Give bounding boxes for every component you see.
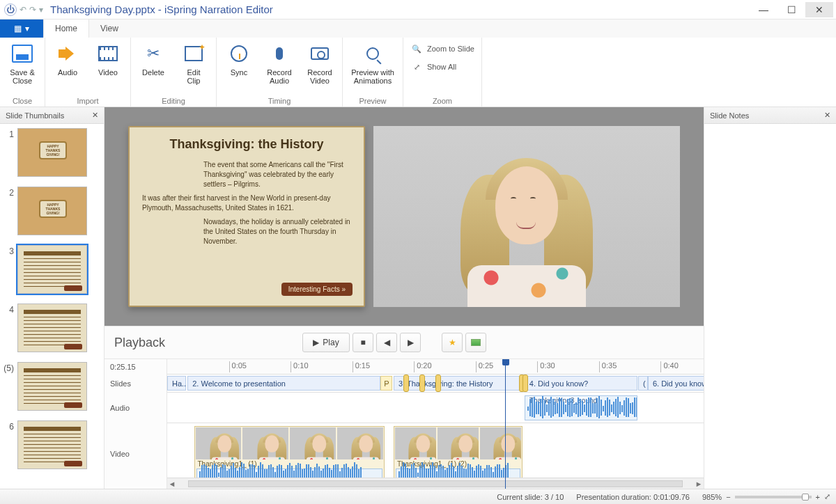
stopwatch-icon [231, 45, 247, 62]
import-audio-button[interactable]: Audio [51, 40, 84, 77]
group-label: Preview [348, 95, 397, 105]
delete-button[interactable]: ✂Delete [137, 40, 170, 77]
animation-marker[interactable] [419, 375, 425, 392]
slide-block[interactable]: 4. Did you know? [525, 376, 637, 391]
slide-number: 4 [3, 304, 14, 315]
slide-number: 2 [3, 187, 14, 198]
animation-marker[interactable] [435, 375, 441, 392]
slide-block[interactable]: 3. Thanksgiving: the History [394, 376, 522, 391]
slide-thumbnail[interactable]: 6 [3, 420, 101, 469]
show-all-icon: ⤢ [410, 61, 423, 73]
zoom-in-icon[interactable]: + [816, 493, 820, 501]
slide-thumbnail[interactable]: 1HAPPYTHANKSGIVING! [3, 128, 101, 177]
zoom-fit-icon[interactable]: ⤢ [824, 492, 830, 501]
play-button[interactable]: ▶Play [302, 333, 350, 352]
slide-number: 6 [3, 420, 14, 432]
notes-body[interactable] [704, 124, 836, 489]
slide-block[interactable]: 2. Welcome to presentation [187, 376, 380, 391]
clip-icon [185, 46, 203, 61]
ruler-tick: 0:20 [414, 361, 431, 372]
thumbnail-image [17, 420, 87, 469]
ruler-tick: 0:35 [599, 361, 617, 372]
thumbnail-image [17, 362, 87, 411]
dropdown-icon[interactable]: ▾ [39, 5, 43, 15]
audio-track[interactable]: Thanksgiving3_sound [167, 393, 704, 423]
video-frame [337, 427, 383, 459]
next-button[interactable]: ▶ [400, 333, 421, 352]
slide-thumbnail[interactable]: (5) [3, 362, 101, 411]
app-icon[interactable]: ⏻ [4, 3, 17, 16]
slide-block[interactable]: ( [638, 376, 648, 391]
flag-icon [471, 339, 481, 346]
minimize-button[interactable]: — [750, 2, 777, 17]
slide-number: (5) [3, 362, 14, 373]
group-label: Editing [137, 95, 210, 105]
tab-home[interactable]: Home [43, 19, 89, 38]
pause-block[interactable]: P [380, 376, 392, 391]
flag-button[interactable] [465, 333, 486, 352]
slide-thumbnail[interactable]: 2HAPPYTHANKSGIVING! [3, 187, 101, 235]
bookmark-button[interactable]: ★ [442, 333, 463, 352]
edit-clip-button[interactable]: EditClip [177, 40, 210, 85]
video-frame [242, 427, 288, 459]
stop-icon: ■ [360, 338, 365, 347]
prev-button[interactable]: ◀ [376, 333, 397, 352]
video-clip[interactable]: Thanksgiving1_ (1) [194, 426, 385, 480]
film-icon [98, 46, 118, 61]
thumbnails-header: Slide Thumbnails ✕ [0, 107, 104, 124]
scroll-track[interactable] [188, 480, 683, 487]
audio-clip[interactable]: Thanksgiving3_sound [525, 395, 637, 420]
record-video-button[interactable]: RecordVideo [303, 40, 336, 85]
slide-button: Interesting Facts » [281, 283, 353, 296]
camera-icon [311, 47, 329, 60]
scroll-left-icon[interactable]: ◄ [167, 480, 177, 488]
timeline-scrollbar[interactable]: ◄ ► [167, 478, 704, 489]
playback-heading: Playback [114, 336, 254, 350]
record-audio-button[interactable]: RecordAudio [263, 40, 296, 85]
group-label: Timing [222, 95, 336, 105]
playhead[interactable] [505, 359, 506, 489]
status-bar: Current slide: 3 / 10 Presentation durat… [0, 489, 836, 504]
presenter-image [447, 147, 607, 307]
close-panel-icon[interactable]: ✕ [824, 111, 830, 120]
slide-thumbnail[interactable]: 4 [3, 304, 101, 352]
close-panel-icon[interactable]: ✕ [92, 111, 98, 120]
slide-thumbnail[interactable]: 3 [3, 245, 101, 294]
close-button[interactable]: ✕ [805, 2, 833, 17]
group-preview: Preview withAnimations Preview [343, 38, 403, 107]
center-panel: Thanksgiving: the History The event that… [104, 107, 704, 489]
ribbon: Save &Close Close Audio Video Import ✂De… [0, 38, 836, 107]
animation-marker[interactable] [522, 375, 528, 392]
slide-block[interactable]: 6. Did you know? [648, 376, 704, 391]
video-clip[interactable]: Thanksgiving1_ (1) (2) [394, 426, 522, 480]
ruler-tick: 0:40 [660, 361, 678, 372]
slide-block[interactable]: Ha... [167, 376, 186, 391]
zoom-control[interactable]: 985% − + ⤢ [702, 492, 830, 501]
chevron-down-icon: ▾ [25, 24, 29, 33]
video-track[interactable]: Thanksgiving1_ (1)Thanksgiving1_ (1) (2) [167, 423, 704, 485]
maximize-button[interactable]: ☐ [777, 2, 805, 17]
sync-button[interactable]: Sync [222, 40, 256, 77]
timeline-area[interactable]: 0:050:100:150:200:250:300:350:40 Ha...2.… [167, 359, 704, 489]
import-video-button[interactable]: Video [91, 40, 125, 77]
animation-marker[interactable] [403, 375, 409, 392]
stop-button[interactable]: ■ [353, 333, 373, 352]
track-label-video: Video [110, 423, 161, 485]
redo-icon[interactable]: ↷ [29, 5, 36, 15]
preview-button[interactable]: Preview withAnimations [348, 40, 397, 85]
tab-view[interactable]: View [89, 19, 130, 38]
scroll-right-icon[interactable]: ► [694, 480, 704, 488]
slide-number: 1 [3, 128, 14, 139]
save-close-button[interactable]: Save &Close [6, 40, 39, 85]
zoom-out-icon[interactable]: − [726, 493, 730, 501]
thumbnail-list[interactable]: 1HAPPYTHANKSGIVING!2HAPPYTHANKSGIVING!34… [0, 124, 104, 489]
zoom-thumb[interactable] [802, 494, 809, 501]
undo-icon[interactable]: ↶ [20, 5, 26, 15]
file-menu[interactable]: ▦▾ [0, 19, 43, 38]
timeline-ruler[interactable]: 0:050:100:150:200:250:300:350:40 [167, 359, 704, 375]
zoom-to-slide-button[interactable]: 🔍Zoom to Slide [409, 40, 476, 57]
show-all-button[interactable]: ⤢Show All [409, 58, 458, 75]
zoom-slider[interactable] [735, 496, 812, 498]
ruler-tick: 0:25 [476, 361, 493, 372]
slides-track[interactable]: Ha...2. Welcome to presentationP3. Thank… [167, 375, 704, 393]
